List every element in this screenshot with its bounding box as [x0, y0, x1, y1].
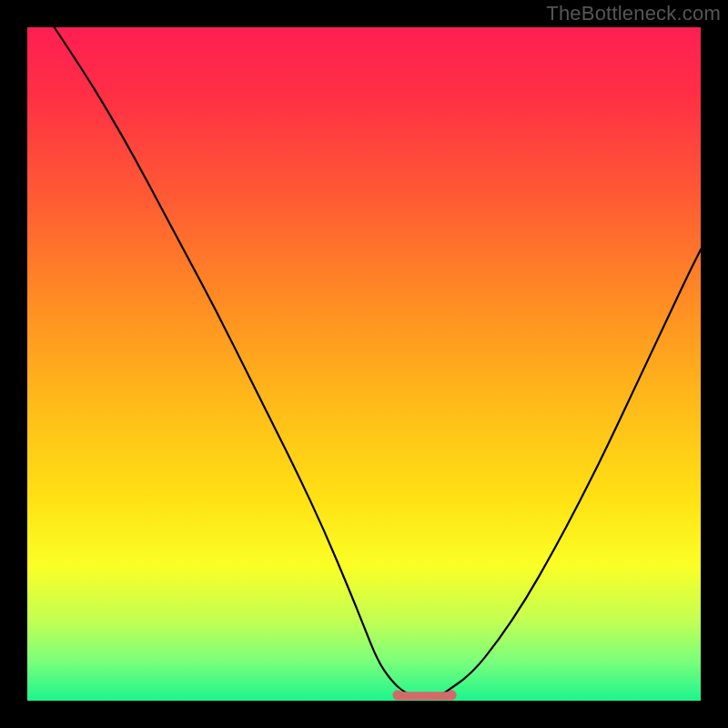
chart-svg [27, 27, 701, 701]
app-frame: TheBottleneck.com [0, 0, 728, 728]
chart-background-gradient [27, 27, 701, 701]
chart-plot [27, 27, 701, 701]
highlight-end-right [447, 690, 457, 700]
highlight-end-left [393, 690, 403, 700]
watermark-text: TheBottleneck.com [546, 2, 721, 25]
